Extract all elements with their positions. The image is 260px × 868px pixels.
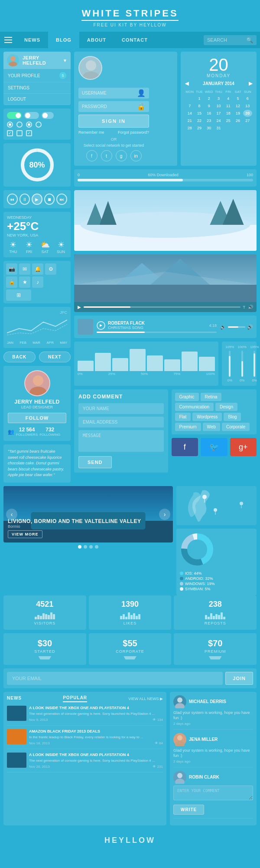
- icon-6[interactable]: ★: [19, 276, 30, 288]
- prev-btn[interactable]: ⏮: [7, 194, 18, 205]
- tag-web[interactable]: Web: [203, 423, 220, 431]
- carousel-view-more-btn[interactable]: VIEW MORE: [8, 530, 42, 538]
- radio-1[interactable]: [7, 122, 13, 128]
- social-prompt: Select social network to get started: [78, 143, 149, 148]
- radio-3[interactable]: [26, 122, 32, 128]
- toggle-2[interactable]: [24, 112, 39, 119]
- write-comment-input[interactable]: [173, 786, 253, 800]
- cal-today[interactable]: 20: [243, 110, 252, 117]
- icon-5[interactable]: 🔒: [6, 276, 17, 288]
- tag-communication[interactable]: Communication: [175, 403, 214, 411]
- cal-next-btn[interactable]: ▶: [249, 81, 252, 86]
- remember-row: Remember me Forgot password?: [78, 130, 149, 135]
- toggle-3[interactable]: [42, 112, 54, 119]
- icon-8[interactable]: ⊞: [6, 289, 31, 301]
- icon-7[interactable]: ♪: [32, 276, 43, 288]
- comment-name-input[interactable]: [78, 403, 164, 414]
- news-thumb-1: [7, 706, 26, 721]
- vc-play-btn[interactable]: ▶: [78, 305, 81, 309]
- toggle-1[interactable]: [7, 112, 22, 119]
- search-box[interactable]: 🔍: [204, 35, 257, 45]
- search-input[interactable]: [207, 37, 246, 43]
- vc-progress[interactable]: [84, 306, 240, 308]
- username-input[interactable]: [82, 88, 137, 99]
- next-button[interactable]: NEXT: [39, 352, 71, 362]
- audio-play-btn[interactable]: ▶: [97, 321, 105, 330]
- stop-btn[interactable]: ⏹: [44, 194, 55, 205]
- dot-2[interactable]: [84, 545, 87, 549]
- tag-blog[interactable]: Blog: [224, 413, 241, 421]
- next-btn[interactable]: ⏭: [56, 194, 67, 205]
- legend-ios: IOS: 44%: [180, 571, 253, 575]
- dot-1[interactable]: [78, 545, 81, 549]
- logout-menu-item[interactable]: LOGOUT: [3, 94, 71, 105]
- cal-prev-btn[interactable]: ◀: [185, 81, 188, 86]
- visitors-label: VISITORS: [7, 621, 83, 625]
- linkedin-login-btn[interactable]: in: [130, 150, 142, 161]
- tag-design[interactable]: Design: [215, 403, 237, 411]
- nav-item-news[interactable]: NEWS: [16, 32, 48, 48]
- news-stats-1: 👁 134: [153, 718, 163, 722]
- news-date-1: Nov 9, 2013: [29, 718, 48, 722]
- tag-flat[interactable]: Flat: [175, 413, 191, 421]
- view-all-link[interactable]: VIEW ALL NEWS ▶: [128, 697, 163, 701]
- tag-corporate[interactable]: Corporate: [222, 423, 250, 431]
- nav-item-blog[interactable]: BLOG: [48, 32, 79, 48]
- menu-icon[interactable]: [0, 32, 16, 48]
- nav-item-about[interactable]: ABOUT: [79, 32, 114, 48]
- navbar: NEWS BLOG ABOUT CONTACT 🔍: [0, 32, 260, 48]
- icon-2[interactable]: ✉: [19, 263, 30, 275]
- checkbox-3[interactable]: [26, 130, 32, 136]
- user-dropdown-icon[interactable]: ▼: [63, 58, 67, 63]
- twitter-share-btn[interactable]: 🐦: [201, 438, 228, 456]
- facebook-login-btn[interactable]: f: [86, 150, 98, 161]
- dot-4[interactable]: [95, 545, 98, 549]
- password-input[interactable]: [82, 101, 137, 112]
- gplus-login-btn[interactable]: g: [116, 150, 127, 161]
- icon-3[interactable]: 🔔: [32, 263, 43, 275]
- tag-retina[interactable]: Retina: [201, 393, 222, 401]
- nav-item-contact[interactable]: CONTACT: [114, 32, 156, 48]
- icon-1[interactable]: 📷: [6, 263, 17, 275]
- facebook-share-btn[interactable]: f: [172, 438, 198, 456]
- email-signup-input[interactable]: [7, 672, 223, 685]
- follow-button[interactable]: FOLLOW: [8, 413, 66, 423]
- audio-progress-bar[interactable]: [97, 332, 217, 333]
- tag-wordpress[interactable]: Wordpress: [192, 413, 222, 421]
- calendar-grid: MON TUE WED THU FRI SAT SUN 1 2 3 4 5: [185, 89, 252, 132]
- remember-label: Remember me: [78, 130, 104, 135]
- price-premium: $70 PREMIUM: [174, 633, 257, 665]
- profile-menu-item[interactable]: YOUR PROFILE 5: [3, 69, 71, 82]
- vc-vol-btn[interactable]: 🔊: [248, 305, 253, 309]
- play-btn[interactable]: ▶: [32, 194, 42, 205]
- news-tab-news[interactable]: NEWS: [7, 696, 22, 702]
- checkbox-2[interactable]: [16, 130, 23, 136]
- tag-graphic[interactable]: Graphic: [175, 393, 199, 401]
- progress-label: 60% Downloaded: [148, 173, 179, 177]
- settings-menu-item[interactable]: SETTINGS: [3, 82, 71, 94]
- write-comment-button[interactable]: WRITE: [173, 805, 204, 815]
- send-comment-button[interactable]: SEND: [78, 456, 112, 468]
- radio-2[interactable]: [16, 122, 23, 128]
- radio-4[interactable]: [36, 122, 42, 128]
- cal-day: MONDAY: [185, 73, 252, 78]
- icon-4[interactable]: ⚙: [45, 263, 56, 275]
- comment-message-input[interactable]: [78, 430, 164, 452]
- news-tab-popular[interactable]: POPULAR: [63, 695, 87, 702]
- gplus-share-btn[interactable]: g+: [230, 438, 257, 456]
- pause-btn[interactable]: ⏸: [20, 194, 30, 205]
- vol-slider[interactable]: [228, 326, 245, 328]
- twitter-login-btn[interactable]: t: [101, 150, 112, 161]
- dot-3[interactable]: [89, 545, 93, 549]
- carousel-donut-row: ‹ LIVIGNO, BORMIO AND THE VALTELLINE VAL…: [0, 486, 260, 595]
- carousel-image: ‹ LIVIGNO, BORMIO AND THE VALTELLINE VAL…: [3, 486, 173, 542]
- checkbox-1[interactable]: [7, 130, 13, 136]
- forgot-link[interactable]: Forgot password?: [118, 130, 149, 135]
- back-button[interactable]: BACK: [3, 352, 36, 362]
- social-login-row: f t g in: [78, 150, 149, 161]
- carousel-next-btn[interactable]: ›: [159, 509, 170, 520]
- join-button[interactable]: JOIN: [225, 672, 253, 685]
- comment-email-input[interactable]: [78, 417, 164, 427]
- tag-premium[interactable]: Premium: [175, 423, 201, 431]
- sign-in-button[interactable]: SIGN IN: [78, 115, 149, 128]
